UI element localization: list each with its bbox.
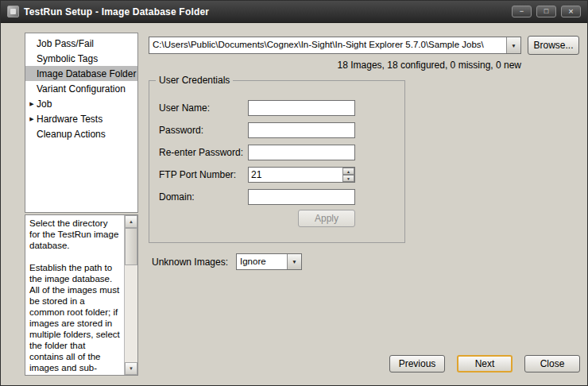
path-text: C:\Users\Public\Documents\Cognex\In-Sigh… bbox=[149, 37, 506, 53]
sidebar-item-label: Variant Configuration bbox=[37, 83, 126, 95]
chevron-down-icon: ▼ bbox=[511, 43, 516, 48]
minimize-button[interactable]: − bbox=[512, 6, 532, 17]
apply-button[interactable]: Apply bbox=[298, 210, 355, 227]
sidebar-item-hardware-tests[interactable]: ▶ Hardware Tests bbox=[25, 111, 137, 126]
scrollbar-thumb[interactable] bbox=[125, 228, 137, 265]
password-input[interactable] bbox=[248, 122, 355, 138]
description-scrollbar[interactable]: ▲ ▼ bbox=[124, 215, 137, 375]
ftp-port-spinner: ▲ ▼ bbox=[342, 168, 354, 182]
sidebar-item-label: Symbolic Tags bbox=[37, 53, 98, 64]
scroll-down-button[interactable]: ▼ bbox=[125, 362, 137, 375]
window-title: TestRun Setup - Image Database Folder bbox=[24, 6, 209, 17]
titlebar-close-button[interactable]: × bbox=[561, 6, 581, 17]
reenter-password-label: Re-enter Password: bbox=[159, 147, 243, 158]
browse-button[interactable]: Browse... bbox=[528, 36, 579, 55]
image-count-status: 18 Images, 18 configured, 0 missing, 0 n… bbox=[149, 60, 521, 71]
sidebar-item-cleanup-actions[interactable]: Cleanup Actions bbox=[25, 126, 137, 141]
unknown-images-dropdown[interactable]: Ignore ▼ bbox=[236, 253, 302, 270]
chevron-down-icon: ▼ bbox=[292, 259, 296, 264]
path-dropdown-button[interactable]: ▼ bbox=[506, 37, 520, 53]
next-button[interactable]: Next bbox=[457, 355, 513, 372]
user-credentials-group: User Credentials User Name: Password: Re… bbox=[149, 80, 405, 243]
maximize-icon: □ bbox=[544, 8, 548, 15]
domain-label: Domain: bbox=[159, 191, 195, 203]
sidebar-item-image-database-folder[interactable]: Image Database Folder bbox=[25, 66, 137, 81]
sidebar-item-variant-configuration[interactable]: Variant Configuration bbox=[25, 81, 137, 96]
unknown-images-dropdown-button[interactable]: ▼ bbox=[287, 254, 301, 269]
sidebar-item-job-pass-fail[interactable]: Job Pass/Fail bbox=[25, 36, 137, 51]
unknown-images-value: Ignore bbox=[237, 254, 287, 269]
close-icon: × bbox=[568, 7, 573, 16]
close-button[interactable]: Close bbox=[524, 355, 580, 372]
password-label: Password: bbox=[159, 125, 203, 136]
user-name-input[interactable] bbox=[248, 100, 355, 116]
user-name-label: User Name: bbox=[159, 102, 210, 114]
sidebar-item-job[interactable]: ▶ Job bbox=[25, 96, 137, 111]
scroll-up-button[interactable]: ▲ bbox=[125, 215, 137, 228]
titlebar[interactable]: TestRun Setup - Image Database Folder − … bbox=[1, 1, 587, 23]
sidebar-item-label: Cleanup Actions bbox=[37, 129, 106, 140]
expand-arrow-icon[interactable]: ▶ bbox=[27, 101, 37, 107]
image-database-path-combobox[interactable]: C:\Users\Public\Documents\Cognex\In-Sigh… bbox=[149, 37, 521, 54]
description-panel: Select the directory for the TestRun ima… bbox=[25, 214, 138, 376]
maximize-button[interactable]: □ bbox=[536, 6, 556, 17]
domain-input[interactable] bbox=[248, 189, 355, 205]
sidebar-item-label: Image Database Folder bbox=[37, 68, 136, 79]
description-text: Select the directory for the TestRun ima… bbox=[29, 218, 121, 376]
expand-arrow-icon[interactable]: ▶ bbox=[27, 116, 37, 122]
app-icon bbox=[7, 6, 19, 17]
group-title: User Credentials bbox=[156, 75, 233, 86]
sidebar-item-symbolic-tags[interactable]: Symbolic Tags bbox=[25, 51, 137, 66]
ftp-port-field: ▲ ▼ bbox=[248, 167, 355, 183]
sidebar-item-label: Job bbox=[37, 98, 52, 110]
testrun-setup-window: TestRun Setup - Image Database Folder − … bbox=[0, 0, 588, 386]
minimize-icon: − bbox=[520, 8, 524, 15]
spinner-up-button[interactable]: ▲ bbox=[342, 168, 354, 175]
sidebar-item-label: Hardware Tests bbox=[37, 114, 103, 125]
reenter-password-input[interactable] bbox=[248, 145, 355, 160]
setup-sections-list: Job Pass/Fail Symbolic Tags Image Databa… bbox=[25, 33, 138, 213]
sidebar-item-label: Job Pass/Fail bbox=[37, 38, 94, 49]
ftp-port-input[interactable] bbox=[248, 167, 355, 183]
previous-button[interactable]: Previous bbox=[389, 355, 445, 372]
spinner-down-button[interactable]: ▼ bbox=[342, 175, 354, 182]
window-controls: − □ × bbox=[512, 6, 581, 17]
ftp-port-label: FTP Port Number: bbox=[159, 169, 236, 180]
unknown-images-label: Unknown Images: bbox=[152, 257, 228, 268]
